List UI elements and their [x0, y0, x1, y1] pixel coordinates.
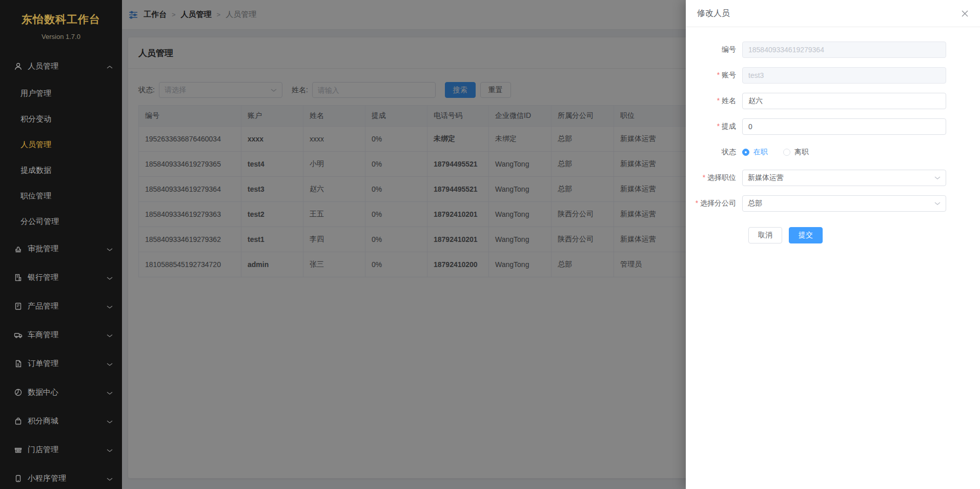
- position-select-value: 新媒体运营: [748, 173, 784, 182]
- account-field: [742, 67, 946, 84]
- form-row-name: 姓名: [686, 93, 980, 109]
- sidebar-item-label: 银行管理: [28, 273, 58, 282]
- truck-icon: [14, 331, 23, 339]
- sidebar-item-commission-data[interactable]: 提成数据: [0, 157, 122, 183]
- chevron-down-icon: [107, 359, 113, 368]
- chevron-down-icon: [107, 273, 113, 282]
- personnel-submenu: 用户管理 积分变动 人员管理 提成数据 职位管理 分公司管理: [0, 80, 122, 234]
- branch-select[interactable]: 总部: [742, 195, 946, 212]
- pie-chart-icon: [14, 388, 23, 397]
- sidebar-item-order[interactable]: 订单管理: [0, 349, 122, 378]
- mobile-icon: [14, 474, 23, 483]
- chevron-down-icon: [107, 474, 113, 483]
- sidebar-item-user-mgmt[interactable]: 用户管理: [0, 80, 122, 106]
- radio-resigned-label: 离职: [794, 148, 809, 157]
- status-radio-group: 在职 离职: [742, 144, 824, 160]
- radio-resigned[interactable]: 离职: [783, 148, 809, 157]
- drawer-form: 编号 账号 姓名 提成 状态 在职: [686, 27, 980, 243]
- radio-active[interactable]: 在职: [742, 148, 768, 157]
- chevron-down-icon: [107, 244, 113, 253]
- sidebar-item-label: 积分商城: [28, 416, 58, 426]
- sidebar-item-label: 产品管理: [28, 301, 58, 311]
- sidebar-item-data-center[interactable]: 数据中心: [0, 378, 122, 406]
- chevron-down-icon: [107, 331, 113, 339]
- drawer-actions: 取消 提交: [748, 227, 980, 243]
- sidebar-item-personnel[interactable]: 人员管理: [0, 52, 122, 80]
- app-version: Version 1.7.0: [0, 33, 122, 40]
- close-icon[interactable]: [961, 10, 969, 17]
- form-row-account: 账号: [686, 67, 980, 84]
- position-field-label: 选择职位: [686, 173, 742, 182]
- chevron-down-icon: [107, 417, 113, 425]
- form-row-status: 状态 在职 离职: [686, 144, 980, 160]
- sidebar-item-points-mall[interactable]: 积分商城: [0, 406, 122, 435]
- sidebar-item-product[interactable]: 产品管理: [0, 292, 122, 320]
- sidebar-item-approval[interactable]: 审批管理: [0, 234, 122, 263]
- position-select[interactable]: 新媒体运营: [742, 170, 946, 186]
- sidebar-item-label: 门店管理: [28, 445, 58, 455]
- app-title: 东怡数科工作台: [0, 12, 122, 27]
- sidebar: 东怡数科工作台 Version 1.7.0 人员管理 用户管理 积分变动 人员管…: [0, 0, 122, 489]
- radio-dot-icon: [742, 149, 749, 156]
- drawer-title: 修改人员: [697, 8, 730, 19]
- sidebar-item-label: 车商管理: [28, 330, 58, 340]
- name-field[interactable]: [742, 93, 946, 109]
- order-icon: [14, 359, 23, 368]
- app-window: 东怡数科工作台 Version 1.7.0 人员管理 用户管理 积分变动 人员管…: [0, 0, 980, 489]
- bank-icon: [14, 273, 23, 282]
- chevron-down-icon: [934, 201, 941, 206]
- submit-button[interactable]: 提交: [789, 227, 823, 243]
- commission-field-label: 提成: [686, 122, 742, 131]
- sidebar-item-points-change[interactable]: 积分变动: [0, 106, 122, 132]
- chevron-down-icon: [107, 445, 113, 454]
- status-field-label: 状态: [686, 148, 742, 157]
- sidebar-item-position-mgmt[interactable]: 职位管理: [0, 183, 122, 209]
- store-icon: [14, 445, 23, 454]
- form-row-position: 选择职位 新媒体运营: [686, 170, 980, 186]
- cancel-button[interactable]: 取消: [748, 227, 782, 243]
- id-field-label: 编号: [686, 45, 742, 54]
- user-icon: [14, 62, 23, 71]
- radio-active-label: 在职: [753, 148, 768, 157]
- stamp-icon: [14, 244, 23, 253]
- sidebar-item-label: 小程序管理: [28, 474, 66, 483]
- radio-dot-icon: [783, 149, 790, 156]
- form-row-commission: 提成: [686, 118, 980, 135]
- sidebar-item-branch-mgmt[interactable]: 分公司管理: [0, 209, 122, 234]
- sidebar-item-label: 人员管理: [28, 62, 58, 71]
- branch-field-label: 选择分公司: [686, 199, 742, 208]
- account-field-label: 账号: [686, 71, 742, 80]
- branch-select-value: 总部: [748, 199, 762, 208]
- form-row-id: 编号: [686, 42, 980, 58]
- sidebar-item-personnel-mgmt[interactable]: 人员管理: [0, 132, 122, 157]
- sidebar-item-mini-program[interactable]: 小程序管理: [0, 464, 122, 489]
- sidebar-item-label: 数据中心: [28, 388, 58, 397]
- bag-icon: [14, 417, 23, 425]
- id-field: [742, 42, 946, 58]
- chevron-down-icon: [107, 388, 113, 397]
- chevron-down-icon: [107, 302, 113, 311]
- chevron-down-icon: [934, 176, 941, 180]
- product-icon: [14, 302, 23, 311]
- edit-person-drawer: 修改人员 编号 账号 姓名 提成 状态: [686, 0, 980, 489]
- sidebar-item-label: 审批管理: [28, 244, 58, 254]
- name-field-label: 姓名: [686, 96, 742, 106]
- sidebar-item-bank[interactable]: 银行管理: [0, 263, 122, 292]
- brand: 东怡数科工作台 Version 1.7.0: [0, 0, 122, 40]
- sidebar-item-store[interactable]: 门店管理: [0, 435, 122, 464]
- form-row-branch: 选择分公司 总部: [686, 195, 980, 212]
- commission-field[interactable]: [742, 118, 946, 135]
- sidebar-menu: 人员管理 用户管理 积分变动 人员管理 提成数据 职位管理 分公司管理 审批管理: [0, 52, 122, 489]
- sidebar-item-label: 订单管理: [28, 359, 58, 369]
- chevron-up-icon: [107, 62, 113, 71]
- drawer-header: 修改人员: [686, 0, 980, 27]
- sidebar-item-car-dealer[interactable]: 车商管理: [0, 320, 122, 349]
